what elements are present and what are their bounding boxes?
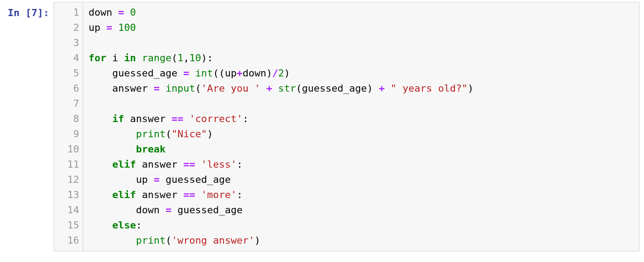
code-token bbox=[89, 235, 136, 246]
code-token: i bbox=[112, 52, 118, 63]
code-token: == bbox=[183, 159, 195, 170]
code-line[interactable]: down = 0 bbox=[89, 5, 633, 20]
code-token: print bbox=[136, 235, 165, 246]
code-token: + bbox=[237, 68, 242, 79]
code-line[interactable]: for i in range(1,10): bbox=[89, 51, 633, 66]
code-token: break bbox=[136, 144, 165, 155]
code-token: 100 bbox=[118, 22, 136, 33]
line-number: 5 bbox=[60, 66, 79, 81]
code-token bbox=[165, 113, 171, 124]
code-token: = bbox=[154, 83, 160, 94]
code-token bbox=[183, 113, 189, 124]
code-line[interactable]: down = guessed_age bbox=[89, 203, 633, 218]
code-token: "Nice" bbox=[171, 128, 207, 139]
code-token: str bbox=[278, 83, 296, 94]
code-token bbox=[89, 68, 112, 79]
code-token bbox=[89, 83, 112, 94]
code-token: ( bbox=[165, 128, 171, 139]
code-token: 'correct' bbox=[189, 113, 242, 124]
code-line[interactable]: else: bbox=[89, 218, 633, 233]
code-token bbox=[189, 68, 195, 79]
code-token: ) bbox=[266, 68, 272, 79]
line-number-gutter: 12345678910111213141516 bbox=[54, 2, 83, 251]
code-token bbox=[112, 22, 118, 33]
line-number: 4 bbox=[60, 51, 79, 66]
code-token: guessed_age bbox=[302, 83, 367, 94]
code-token: : bbox=[207, 52, 213, 63]
code-token: answer bbox=[112, 83, 148, 94]
code-line[interactable] bbox=[89, 96, 633, 111]
code-line[interactable]: answer = input('Are you ' + str(guessed_… bbox=[89, 81, 633, 96]
code-token: range bbox=[142, 52, 171, 63]
code-token: input bbox=[165, 83, 195, 94]
line-number: 11 bbox=[60, 157, 79, 172]
code-token bbox=[124, 113, 130, 124]
code-line[interactable]: break bbox=[89, 142, 633, 157]
code-token: 0 bbox=[130, 7, 136, 18]
code-token: 'wrong answer' bbox=[171, 235, 254, 246]
code-token bbox=[89, 128, 136, 139]
code-token bbox=[136, 189, 142, 200]
in-open-bracket: [ bbox=[25, 7, 31, 18]
line-number: 15 bbox=[60, 218, 79, 233]
code-cell: In [7]: 12345678910111213141516 down = 0… bbox=[0, 0, 644, 253]
code-token: / bbox=[272, 68, 278, 79]
line-number: 6 bbox=[60, 81, 79, 96]
in-label: In bbox=[8, 7, 25, 18]
code-token bbox=[148, 83, 153, 94]
code-token: == bbox=[171, 113, 183, 124]
code-token bbox=[89, 174, 136, 185]
code-token: answer bbox=[142, 189, 177, 200]
code-token bbox=[118, 52, 124, 63]
code-token: = bbox=[118, 7, 124, 18]
code-token: 'more' bbox=[201, 189, 237, 200]
line-number: 13 bbox=[60, 187, 79, 203]
line-number: 1 bbox=[60, 5, 79, 20]
code-token: guessed_age bbox=[165, 174, 231, 185]
code-editor[interactable]: down = 0up = 100for i in range(1,10): gu… bbox=[83, 2, 639, 251]
code-line[interactable]: if answer == 'correct': bbox=[89, 111, 633, 127]
code-line[interactable]: print('wrong answer') bbox=[89, 233, 633, 248]
code-token bbox=[195, 159, 201, 170]
code-line[interactable]: up = guessed_age bbox=[89, 172, 633, 187]
code-token bbox=[171, 204, 177, 216]
line-number: 14 bbox=[60, 203, 79, 218]
code-token: = bbox=[183, 68, 189, 79]
code-token: = bbox=[106, 22, 112, 33]
input-area[interactable]: 12345678910111213141516 down = 0up = 100… bbox=[54, 2, 640, 251]
code-token: = bbox=[154, 174, 160, 185]
code-token bbox=[89, 189, 112, 200]
code-line[interactable]: up = 100 bbox=[89, 20, 633, 35]
code-line[interactable] bbox=[89, 35, 633, 51]
code-token: , bbox=[183, 52, 189, 63]
code-token: == bbox=[183, 189, 195, 200]
code-token: if bbox=[112, 113, 124, 124]
code-token: print bbox=[136, 128, 165, 139]
code-token bbox=[136, 52, 142, 63]
code-token: ) bbox=[367, 83, 373, 94]
code-line[interactable]: print("Nice") bbox=[89, 127, 633, 142]
code-line[interactable]: guessed_age = int((up+down)/2) bbox=[89, 66, 633, 81]
code-token: else bbox=[112, 220, 136, 231]
code-token bbox=[160, 83, 165, 94]
code-line[interactable]: elif answer == 'less': bbox=[89, 157, 633, 172]
code-token: ) bbox=[207, 128, 213, 139]
code-token bbox=[160, 174, 165, 185]
code-token bbox=[89, 113, 112, 124]
code-token bbox=[373, 83, 379, 94]
code-token: guessed_age bbox=[178, 204, 243, 216]
code-token: down bbox=[136, 204, 160, 216]
code-token: 'less' bbox=[201, 159, 237, 170]
line-number: 3 bbox=[60, 35, 79, 51]
code-token bbox=[136, 159, 142, 170]
code-token bbox=[178, 189, 183, 200]
code-token bbox=[385, 83, 390, 94]
code-token bbox=[101, 22, 106, 33]
code-token bbox=[89, 144, 136, 155]
line-number: 12 bbox=[60, 172, 79, 187]
code-token: ( bbox=[296, 83, 302, 94]
in-close-bracket: ] bbox=[38, 7, 43, 18]
line-number: 8 bbox=[60, 111, 79, 127]
code-token bbox=[124, 7, 130, 18]
code-line[interactable]: elif answer == 'more': bbox=[89, 187, 633, 203]
